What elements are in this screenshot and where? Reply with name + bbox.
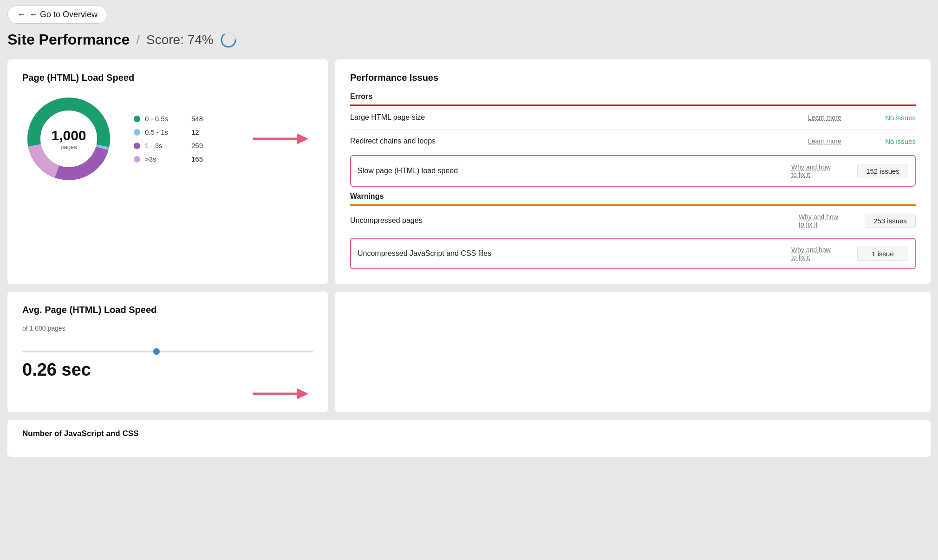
donut-legend: 0 - 0.5s 548 0.5 - 1s 12 1 - 3s 259 >3s …: [134, 115, 203, 163]
issue-status-redirect: No issues: [874, 137, 916, 145]
avg-load-speed-subtitle: of 1,000 pages: [22, 325, 313, 332]
issue-badge-uncompressed-pages[interactable]: 253 issues: [865, 214, 916, 228]
legend-dot-2: [134, 143, 140, 149]
legend-item-0: 0 - 0.5s 548: [134, 115, 203, 123]
second-row: Avg. Page (HTML) Load Speed of 1,000 pag…: [7, 292, 931, 412]
speed-dot: [153, 348, 160, 355]
html-load-speed-card: Page (HTML) Load Speed: [7, 59, 328, 284]
donut-total: 1,000: [51, 128, 86, 143]
legend-dot-1: [134, 129, 140, 136]
donut-center: 1,000 pages: [51, 128, 86, 150]
issue-link-uncompressed-js-css[interactable]: Why and howto fix it: [791, 246, 852, 261]
svg-marker-9: [297, 388, 308, 399]
donut-section: 1,000 pages 0 - 0.5s 548 0.5 - 1s 12: [22, 92, 313, 185]
legend-value-1: 12: [191, 128, 199, 136]
issue-link-slow-html[interactable]: Why and howto fix it: [791, 163, 852, 178]
page-title-row: Site Performance / Score: 74%: [7, 31, 931, 48]
donut-label: pages: [51, 143, 86, 150]
warnings-section: Warnings Uncompressed pages Why and howt…: [350, 192, 916, 269]
num-js-css-title: Number of JavaScript and CSS: [22, 429, 916, 438]
avg-load-speed-card: Avg. Page (HTML) Load Speed of 1,000 pag…: [7, 292, 328, 412]
issue-row-uncompressed-pages: Uncompressed pages Why and howto fix it …: [350, 206, 916, 236]
issue-link-large-html[interactable]: Learn more: [808, 114, 868, 121]
legend-label-0: 0 - 0.5s: [145, 115, 187, 123]
legend-item-3: >3s 165: [134, 155, 203, 163]
pink-arrow-2-icon: [253, 384, 308, 403]
warnings-section-label: Warnings: [350, 192, 916, 204]
legend-label-1: 0.5 - 1s: [145, 128, 187, 136]
legend-label-3: >3s: [145, 155, 187, 163]
legend-item-1: 0.5 - 1s 12: [134, 128, 203, 136]
issue-row-slow-html[interactable]: Slow page (HTML) load speed Why and howt…: [350, 155, 916, 187]
legend-value-2: 259: [191, 142, 203, 150]
issue-name-redirect: Redirect chains and loops: [350, 137, 802, 145]
legend-dot-3: [134, 156, 140, 163]
issue-link-uncompressed-pages[interactable]: Why and howto fix it: [799, 213, 859, 228]
issue-badge-uncompressed-js-css[interactable]: 1 issue: [857, 247, 908, 261]
page-title: Site Performance: [7, 31, 130, 48]
legend-dot-0: [134, 116, 140, 122]
legend-label-2: 1 - 3s: [145, 142, 187, 150]
speed-bar: [22, 351, 313, 352]
avg-load-speed-title: Avg. Page (HTML) Load Speed: [22, 305, 313, 315]
issue-badge-slow-html[interactable]: 152 issues: [857, 164, 908, 178]
legend-item-2: 1 - 3s 259: [134, 142, 203, 150]
second-row-right-placeholder: [335, 292, 931, 412]
main-grid: Page (HTML) Load Speed: [7, 59, 931, 284]
go-to-overview-button[interactable]: ← ← Go to Overview: [7, 6, 107, 24]
issue-name-uncompressed-js-css: Uncompressed JavaScript and CSS files: [358, 249, 786, 258]
speed-bar-container: [22, 351, 313, 352]
pink-arrow-icon: [253, 130, 308, 148]
issue-name-large-html: Large HTML page size: [350, 113, 802, 122]
errors-section-label: Errors: [350, 92, 916, 104]
legend-value-3: 165: [191, 155, 203, 163]
issue-row-redirect: Redirect chains and loops Learn more No …: [350, 130, 916, 153]
svg-marker-7: [297, 133, 308, 144]
issue-status-large-html: No issues: [874, 114, 916, 122]
performance-issues-panel: Performance Issues Errors Large HTML pag…: [335, 59, 931, 284]
issue-link-redirect[interactable]: Learn more: [808, 137, 868, 145]
html-load-speed-title: Page (HTML) Load Speed: [22, 72, 313, 83]
score-label: Score: 74%: [146, 33, 214, 47]
third-row: Number of JavaScript and CSS: [7, 420, 931, 457]
issue-name-uncompressed-pages: Uncompressed pages: [350, 216, 793, 225]
legend-value-0: 548: [191, 115, 203, 123]
issue-row-uncompressed-js-css[interactable]: Uncompressed JavaScript and CSS files Wh…: [350, 238, 916, 269]
issue-name-slow-html: Slow page (HTML) load speed: [358, 167, 786, 175]
score-divider: /: [136, 33, 140, 47]
num-js-css-card: Number of JavaScript and CSS: [7, 420, 931, 457]
go-to-overview-label: ← Go to Overview: [29, 10, 98, 20]
avg-value: 0.26 sec: [22, 360, 313, 380]
arrow-left-icon: ←: [17, 10, 26, 20]
score-spinner-icon: [220, 32, 237, 48]
issue-row-large-html: Large HTML page size Learn more No issue…: [350, 106, 916, 130]
donut-chart: 1,000 pages: [22, 92, 115, 185]
performance-issues-title: Performance Issues: [350, 72, 916, 83]
